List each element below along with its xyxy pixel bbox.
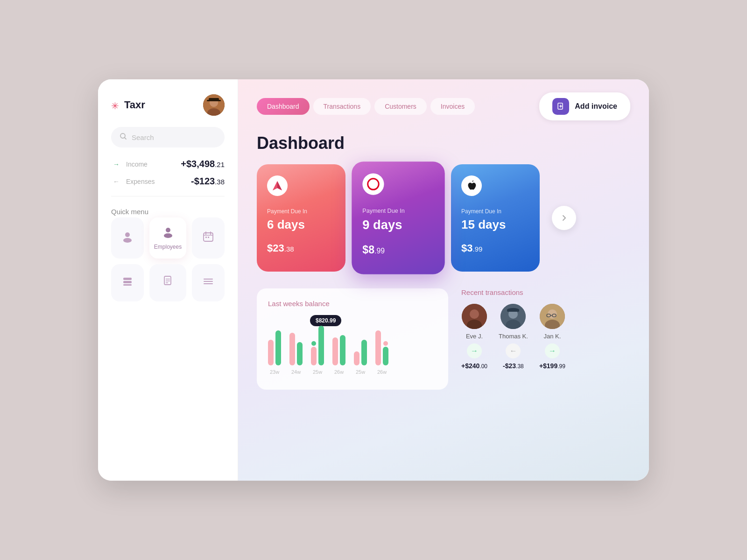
svg-line-7 xyxy=(125,138,127,140)
app-container: ✳ Taxr xyxy=(98,79,649,481)
add-invoice-label: Add invoice xyxy=(575,102,617,111)
bar-23w-pink xyxy=(268,340,274,365)
payment-card-3[interactable]: Payment Due In 15 days $3.99 xyxy=(451,164,540,272)
quick-item-menu[interactable] xyxy=(192,264,225,301)
svg-rect-20 xyxy=(123,284,132,286)
expenses-label: ← Expenses xyxy=(111,176,155,187)
svg-rect-18 xyxy=(123,278,132,280)
bar-25w-pink xyxy=(311,347,317,365)
svg-point-34 xyxy=(470,309,479,319)
svg-rect-17 xyxy=(208,237,209,238)
bar-26w2-pink xyxy=(375,330,381,365)
avatar-image xyxy=(203,94,225,116)
svg-rect-5 xyxy=(207,100,221,101)
income-text: Income xyxy=(126,161,148,168)
bar-24w-green xyxy=(297,342,303,365)
quick-item-stack[interactable] xyxy=(111,264,144,301)
bar-dot-25w xyxy=(311,341,316,346)
calendar-icon xyxy=(202,231,214,245)
card-1-amount: $23.38 xyxy=(267,242,335,254)
balance-label: Last weeks balance xyxy=(268,300,437,308)
transaction-avatar-jan xyxy=(540,304,565,329)
card-2-days: 9 days xyxy=(362,217,434,233)
svg-rect-19 xyxy=(123,281,132,283)
search-input[interactable]: Search xyxy=(132,133,216,141)
expenses-text: Expenses xyxy=(126,178,155,185)
logo-text: Taxr xyxy=(124,99,145,111)
svg-point-8 xyxy=(125,232,130,237)
cards-section: Payment Due In 6 days $23.38 Payment Due… xyxy=(257,164,630,272)
search-icon xyxy=(120,133,127,142)
bar-group-26w-1: 26w xyxy=(332,323,345,375)
tab-transactions[interactable]: Transactions xyxy=(313,98,371,115)
avatar[interactable] xyxy=(203,94,225,116)
nav-bar: Dashboard Transactions Customers Invoice… xyxy=(257,92,630,120)
quick-menu-grid: Employees xyxy=(111,217,225,301)
quick-item-employees[interactable]: Employees xyxy=(149,217,186,259)
payment-card-2[interactable]: Payment Due In 9 days $8.99 xyxy=(352,161,445,274)
card-3-due-label: Payment Due In xyxy=(461,208,529,215)
financials: → Income +$3,498.21 ← Expenses -$123.38 xyxy=(111,159,225,196)
quick-menu-label: Quick menu xyxy=(111,208,225,216)
bar-24w-pink xyxy=(289,333,295,365)
income-amount: +$3,498.21 xyxy=(181,159,225,169)
card-1-due-label: Payment Due In xyxy=(267,208,335,215)
income-row: → Income +$3,498.21 xyxy=(111,159,225,169)
quick-menu: Quick menu xyxy=(111,208,225,301)
quick-item-person[interactable] xyxy=(111,217,144,259)
bar-group-23w: 23w xyxy=(268,323,281,375)
bar-group-25w-1: 25w xyxy=(311,323,324,375)
card-logo-3 xyxy=(461,175,482,196)
bar-25w-green xyxy=(318,326,324,365)
employees-label: Employees xyxy=(154,244,182,250)
tab-invoices[interactable]: Invoices xyxy=(430,98,475,115)
svg-point-9 xyxy=(123,238,132,243)
tab-dashboard[interactable]: Dashboard xyxy=(257,98,310,115)
svg-rect-40 xyxy=(507,309,519,312)
card-logo-1 xyxy=(267,175,288,196)
add-invoice-icon xyxy=(552,98,569,115)
stack-icon xyxy=(121,275,134,290)
card-1-days: 6 days xyxy=(267,217,335,232)
transaction-name-eve: Eve J. xyxy=(466,333,483,340)
transaction-amount-jan: +$199.99 xyxy=(539,362,565,370)
transaction-item-eve: Eve J. → +$240.00 xyxy=(461,304,487,370)
transaction-dir-jan: → xyxy=(545,343,560,358)
svg-point-11 xyxy=(164,233,172,238)
bar-25w2-green xyxy=(361,340,367,365)
search-box[interactable]: Search xyxy=(111,127,225,147)
transaction-name-thomas: Thomas K. xyxy=(499,333,528,340)
bar-label-26w-1: 26w xyxy=(334,369,344,375)
transaction-amount-eve: +$240.00 xyxy=(461,362,487,370)
bar-25w2-pink xyxy=(354,351,359,365)
card-logo-2 xyxy=(362,173,384,195)
transactions-list: Eve J. → +$240.00 xyxy=(461,304,630,370)
card-2-due-label: Payment Due In xyxy=(362,208,434,215)
bar-label-25w-1: 25w xyxy=(313,369,322,375)
employees-icon xyxy=(162,226,174,241)
bar-label-24w: 24w xyxy=(291,369,301,375)
dashboard-title: Dashboard xyxy=(257,133,630,153)
card-3-amount: $3.99 xyxy=(461,242,529,254)
nav-tabs: Dashboard Transactions Customers Invoice… xyxy=(257,98,475,115)
transaction-amount-thomas: -$23.38 xyxy=(503,362,524,370)
tab-customers[interactable]: Customers xyxy=(374,98,427,115)
logo-icon: ✳ xyxy=(111,100,120,110)
sidebar-header: ✳ Taxr xyxy=(111,94,225,116)
bar-label-23w: 23w xyxy=(270,369,279,375)
balance-chart-card: Last weeks balance $820.99 23w xyxy=(257,288,448,390)
expenses-row: ← Expenses -$123.38 xyxy=(111,176,225,187)
payment-card-1[interactable]: Payment Due In 6 days $23.38 xyxy=(257,164,345,272)
sidebar: ✳ Taxr xyxy=(98,79,238,481)
cards-next-button[interactable] xyxy=(552,206,576,230)
bar-label-26w-2: 26w xyxy=(377,369,387,375)
transaction-avatar-eve xyxy=(462,304,487,329)
bar-26w2-green xyxy=(383,347,388,365)
add-invoice-button[interactable]: Add invoice xyxy=(539,92,630,120)
transactions-label: Recent transactions xyxy=(461,288,630,296)
quick-item-calendar[interactable] xyxy=(192,217,225,259)
card-3-days: 15 days xyxy=(461,217,529,232)
transactions-card: Recent transactions Eve J. → xyxy=(461,288,630,390)
quick-item-doc[interactable] xyxy=(149,264,186,301)
income-arrow-icon: → xyxy=(111,159,121,169)
